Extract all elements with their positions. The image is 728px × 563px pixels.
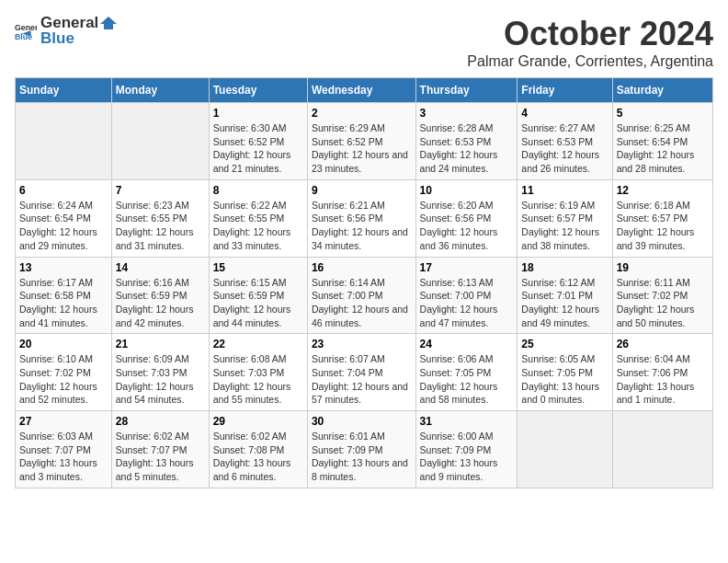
calendar-cell: 5Sunrise: 6:25 AMSunset: 6:54 PMDaylight… — [612, 103, 712, 180]
calendar-cell — [612, 411, 712, 488]
calendar-cell — [16, 103, 112, 180]
header-saturday: Saturday — [612, 78, 712, 103]
calendar-cell: 31Sunrise: 6:00 AMSunset: 7:09 PMDayligh… — [415, 411, 518, 488]
calendar-cell: 9Sunrise: 6:21 AMSunset: 6:56 PMDaylight… — [307, 179, 415, 257]
calendar-cell: 12Sunrise: 6:18 AMSunset: 6:57 PMDayligh… — [612, 179, 712, 257]
main-title: October 2024 — [467, 15, 713, 53]
calendar-cell: 6Sunrise: 6:24 AMSunset: 6:54 PMDaylight… — [16, 179, 112, 257]
calendar-header-row: SundayMondayTuesdayWednesdayThursdayFrid… — [16, 78, 713, 103]
day-detail: Sunrise: 6:00 AMSunset: 7:09 PMDaylight:… — [420, 430, 514, 484]
day-number: 29 — [213, 415, 303, 428]
header: General Blue General Blue October 2024 P… — [15, 15, 713, 70]
svg-text:General: General — [15, 23, 37, 32]
day-detail: Sunrise: 6:18 AMSunset: 6:57 PMDaylight:… — [617, 199, 709, 253]
day-detail: Sunrise: 6:17 AMSunset: 6:58 PMDaylight:… — [19, 276, 108, 330]
calendar-cell: 1Sunrise: 6:30 AMSunset: 6:52 PMDaylight… — [209, 103, 307, 180]
calendar-cell: 27Sunrise: 6:03 AMSunset: 7:07 PMDayligh… — [16, 411, 112, 488]
day-detail: Sunrise: 6:24 AMSunset: 6:54 PMDaylight:… — [19, 199, 108, 253]
day-number: 26 — [617, 338, 709, 350]
day-number: 16 — [312, 261, 412, 274]
header-sunday: Sunday — [16, 78, 112, 103]
calendar-cell: 16Sunrise: 6:14 AMSunset: 7:00 PMDayligh… — [307, 257, 415, 334]
day-detail: Sunrise: 6:15 AMSunset: 6:59 PMDaylight:… — [213, 276, 303, 330]
day-number: 15 — [213, 261, 303, 274]
calendar-cell: 19Sunrise: 6:11 AMSunset: 7:02 PMDayligh… — [612, 257, 712, 334]
calendar-cell: 20Sunrise: 6:10 AMSunset: 7:02 PMDayligh… — [16, 334, 112, 411]
calendar-cell — [111, 103, 209, 180]
calendar-table: SundayMondayTuesdayWednesdayThursdayFrid… — [15, 77, 713, 488]
title-section: October 2024 Palmar Grande, Corrientes, … — [467, 15, 713, 70]
calendar-cell: 17Sunrise: 6:13 AMSunset: 7:00 PMDayligh… — [415, 257, 518, 334]
day-detail: Sunrise: 6:20 AMSunset: 6:56 PMDaylight:… — [420, 199, 514, 253]
day-number: 19 — [617, 261, 709, 274]
calendar-cell: 30Sunrise: 6:01 AMSunset: 7:09 PMDayligh… — [307, 411, 415, 488]
day-number: 21 — [116, 338, 205, 350]
calendar-cell: 23Sunrise: 6:07 AMSunset: 7:04 PMDayligh… — [307, 334, 415, 411]
day-number: 25 — [521, 338, 608, 350]
calendar-cell: 25Sunrise: 6:05 AMSunset: 7:05 PMDayligh… — [518, 334, 612, 411]
day-number: 28 — [116, 415, 205, 428]
calendar-cell: 26Sunrise: 6:04 AMSunset: 7:06 PMDayligh… — [612, 334, 712, 411]
logo-blue: Blue — [40, 30, 117, 48]
svg-marker-3 — [100, 17, 117, 29]
day-number: 23 — [312, 338, 412, 350]
calendar-cell: 10Sunrise: 6:20 AMSunset: 6:56 PMDayligh… — [415, 179, 518, 257]
calendar-cell: 15Sunrise: 6:15 AMSunset: 6:59 PMDayligh… — [209, 257, 307, 334]
calendar-cell: 21Sunrise: 6:09 AMSunset: 7:03 PMDayligh… — [111, 334, 209, 411]
day-detail: Sunrise: 6:02 AMSunset: 7:07 PMDaylight:… — [116, 430, 205, 484]
header-friday: Friday — [518, 78, 612, 103]
calendar-cell: 18Sunrise: 6:12 AMSunset: 7:01 PMDayligh… — [518, 257, 612, 334]
calendar-cell: 3Sunrise: 6:28 AMSunset: 6:53 PMDaylight… — [415, 103, 518, 180]
day-detail: Sunrise: 6:12 AMSunset: 7:01 PMDaylight:… — [521, 276, 608, 330]
day-detail: Sunrise: 6:03 AMSunset: 7:07 PMDaylight:… — [19, 430, 108, 484]
calendar-week-4: 20Sunrise: 6:10 AMSunset: 7:02 PMDayligh… — [16, 334, 713, 411]
day-number: 22 — [213, 338, 303, 350]
day-detail: Sunrise: 6:08 AMSunset: 7:03 PMDaylight:… — [213, 352, 303, 407]
day-detail: Sunrise: 6:09 AMSunset: 7:03 PMDaylight:… — [116, 352, 205, 407]
calendar-week-3: 13Sunrise: 6:17 AMSunset: 6:58 PMDayligh… — [16, 257, 713, 334]
day-detail: Sunrise: 6:01 AMSunset: 7:09 PMDaylight:… — [312, 430, 412, 484]
calendar-cell: 29Sunrise: 6:02 AMSunset: 7:08 PMDayligh… — [209, 411, 307, 488]
logo-bird-icon — [100, 17, 117, 29]
calendar-cell: 2Sunrise: 6:29 AMSunset: 6:52 PMDaylight… — [307, 103, 415, 180]
day-number: 7 — [116, 184, 205, 197]
day-number: 20 — [19, 338, 108, 350]
day-number: 14 — [116, 261, 205, 274]
day-detail: Sunrise: 6:21 AMSunset: 6:56 PMDaylight:… — [312, 199, 412, 253]
day-number: 17 — [420, 261, 514, 274]
day-detail: Sunrise: 6:06 AMSunset: 7:05 PMDaylight:… — [420, 352, 514, 407]
logo-icon: General Blue — [15, 20, 37, 42]
day-detail: Sunrise: 6:22 AMSunset: 6:55 PMDaylight:… — [213, 199, 303, 253]
day-number: 10 — [420, 184, 514, 197]
header-wednesday: Wednesday — [307, 78, 415, 103]
calendar-cell: 24Sunrise: 6:06 AMSunset: 7:05 PMDayligh… — [415, 334, 518, 411]
header-tuesday: Tuesday — [209, 78, 307, 103]
day-number: 1 — [213, 107, 303, 120]
day-number: 6 — [19, 184, 108, 197]
day-number: 2 — [312, 107, 412, 120]
day-detail: Sunrise: 6:19 AMSunset: 6:57 PMDaylight:… — [521, 199, 608, 253]
day-detail: Sunrise: 6:16 AMSunset: 6:59 PMDaylight:… — [116, 276, 205, 330]
day-number: 24 — [420, 338, 514, 350]
day-detail: Sunrise: 6:04 AMSunset: 7:06 PMDaylight:… — [617, 352, 709, 407]
day-number: 8 — [213, 184, 303, 197]
calendar-cell: 7Sunrise: 6:23 AMSunset: 6:55 PMDaylight… — [111, 179, 209, 257]
day-number: 12 — [617, 184, 709, 197]
day-number: 4 — [521, 107, 608, 120]
day-detail: Sunrise: 6:11 AMSunset: 7:02 PMDaylight:… — [617, 276, 709, 330]
day-detail: Sunrise: 6:27 AMSunset: 6:53 PMDaylight:… — [521, 121, 608, 176]
day-detail: Sunrise: 6:14 AMSunset: 7:00 PMDaylight:… — [312, 276, 412, 330]
day-number: 31 — [420, 415, 514, 428]
day-detail: Sunrise: 6:30 AMSunset: 6:52 PMDaylight:… — [213, 121, 303, 176]
calendar-cell: 11Sunrise: 6:19 AMSunset: 6:57 PMDayligh… — [518, 179, 612, 257]
day-number: 13 — [19, 261, 108, 274]
day-detail: Sunrise: 6:29 AMSunset: 6:52 PMDaylight:… — [312, 121, 412, 176]
day-detail: Sunrise: 6:02 AMSunset: 7:08 PMDaylight:… — [213, 430, 303, 484]
svg-text:Blue: Blue — [15, 31, 32, 40]
calendar-week-5: 27Sunrise: 6:03 AMSunset: 7:07 PMDayligh… — [16, 411, 713, 488]
day-detail: Sunrise: 6:10 AMSunset: 7:02 PMDaylight:… — [19, 352, 108, 407]
day-detail: Sunrise: 6:13 AMSunset: 7:00 PMDaylight:… — [420, 276, 514, 330]
header-thursday: Thursday — [415, 78, 518, 103]
day-detail: Sunrise: 6:05 AMSunset: 7:05 PMDaylight:… — [521, 352, 608, 407]
calendar-cell: 22Sunrise: 6:08 AMSunset: 7:03 PMDayligh… — [209, 334, 307, 411]
